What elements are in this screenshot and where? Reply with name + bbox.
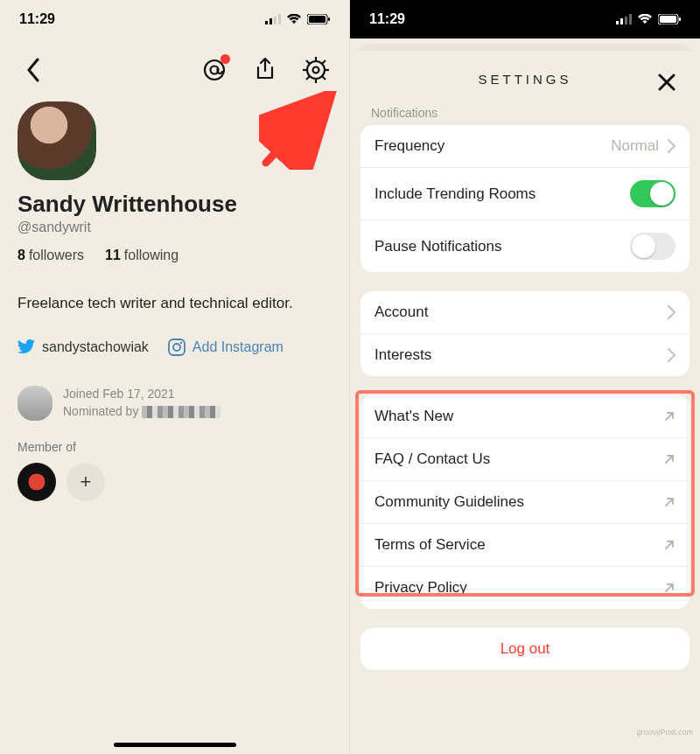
status-icons [265, 14, 330, 24]
row-label: Account [374, 304, 428, 321]
share-button[interactable] [249, 54, 281, 86]
annotation-arrow [259, 91, 346, 170]
status-bar-right: 11:29 [350, 0, 700, 38]
row-label: Community Guidelines [374, 493, 524, 511]
svg-rect-6 [328, 17, 330, 21]
row-label: FAQ / Contact Us [374, 450, 490, 468]
club-item[interactable] [18, 463, 56, 501]
nominator-avatar[interactable] [18, 386, 52, 421]
twitter-icon [18, 339, 35, 355]
svg-rect-3 [278, 14, 281, 24]
avatar[interactable] [18, 101, 96, 180]
row-account[interactable]: Account [360, 291, 690, 333]
section-notifications-label: Notifications [350, 106, 700, 125]
settings-card-account: Account Interests [360, 291, 690, 376]
settings-card-links: What's New FAQ / Contact Us Community Gu… [360, 395, 690, 609]
settings-card-notifications: Frequency Normal Include Trending Rooms … [360, 125, 690, 272]
row-tos[interactable]: Terms of Service [360, 523, 690, 566]
row-privacy[interactable]: Privacy Policy [360, 566, 690, 609]
status-time: 11:29 [369, 11, 405, 27]
row-label: Terms of Service [374, 536, 486, 554]
svg-rect-2 [274, 17, 276, 24]
share-icon [254, 57, 276, 83]
chevron-right-icon [668, 305, 676, 319]
settings-gear-button[interactable] [300, 54, 332, 86]
svg-rect-5 [309, 16, 326, 23]
row-label: What's New [374, 408, 453, 425]
back-button[interactable] [18, 54, 49, 86]
svg-point-10 [313, 67, 319, 73]
close-button[interactable] [653, 68, 681, 96]
svg-rect-26 [629, 14, 632, 24]
censored-name [142, 406, 220, 418]
twitter-handle: sandystachowiak [42, 339, 149, 355]
home-indicator[interactable] [114, 743, 236, 747]
svg-rect-19 [169, 339, 185, 355]
row-label: Privacy Policy [374, 579, 467, 597]
followers[interactable]: 8followers [18, 248, 84, 263]
battery-icon [307, 14, 330, 24]
svg-line-18 [322, 60, 326, 64]
svg-rect-23 [616, 21, 619, 24]
row-label: Frequency [374, 137, 444, 155]
svg-line-17 [306, 76, 310, 80]
joined-row: Joined Feb 17, 2021 Nominated by [0, 377, 349, 436]
add-instagram-label: Add Instagram [192, 339, 284, 355]
battery-icon [658, 14, 681, 24]
watermark: groovyPost.com [636, 728, 693, 737]
svg-point-20 [173, 344, 180, 351]
svg-rect-29 [679, 17, 681, 21]
twitter-link[interactable]: sandystachowiak [18, 339, 149, 355]
row-label: Interests [374, 346, 431, 364]
add-instagram-button[interactable]: Add Instagram [168, 339, 284, 356]
svg-rect-1 [270, 18, 272, 24]
joined-date: Joined Feb 17, 2021 [63, 386, 220, 403]
svg-rect-0 [265, 21, 268, 24]
following[interactable]: 11following [105, 248, 178, 263]
svg-line-22 [266, 103, 322, 163]
row-faq[interactable]: FAQ / Contact Us [360, 437, 690, 480]
instagram-icon [168, 339, 186, 356]
gear-icon [303, 57, 329, 83]
row-frequency[interactable]: Frequency Normal [360, 125, 690, 167]
nominated-by: Nominated by [63, 403, 220, 421]
row-guidelines[interactable]: Community Guidelines [360, 480, 690, 523]
profile-screen: 11:29 Sandy Writtenhouse @sandywrit 8fo [0, 0, 350, 754]
row-pause: Pause Notifications [360, 220, 690, 272]
profile-name: Sandy Writtenhouse [0, 191, 349, 218]
status-icons [616, 14, 681, 24]
svg-rect-28 [660, 16, 676, 23]
status-bar-left: 11:29 [0, 0, 349, 38]
close-icon [657, 73, 676, 92]
bio: Freelance tech writer and technical edit… [0, 283, 349, 330]
settings-sheet: SETTINGS Notifications Frequency Normal … [350, 51, 700, 747]
row-trending: Include Trending Rooms [360, 167, 690, 220]
settings-card-logout: Log out [360, 628, 690, 670]
toggle-pause[interactable] [630, 233, 676, 260]
row-whats-new[interactable]: What's New [360, 395, 690, 437]
external-link-icon [663, 496, 676, 508]
svg-rect-24 [620, 18, 623, 24]
profile-handle: @sandywrit [0, 218, 349, 248]
wifi-icon [286, 14, 302, 24]
follow-stats: 8followers 11following [0, 248, 349, 283]
svg-line-15 [306, 60, 310, 64]
svg-rect-25 [625, 17, 627, 24]
member-of-label: Member of [0, 436, 349, 463]
settings-title: SETTINGS [478, 72, 571, 87]
chevron-right-icon [668, 348, 676, 362]
svg-line-16 [322, 76, 326, 80]
row-interests[interactable]: Interests [360, 333, 690, 376]
settings-screen: 11:29 SETTINGS Notifications Frequency N… [350, 0, 700, 754]
add-club-button[interactable]: + [66, 463, 105, 501]
external-link-icon [663, 582, 676, 594]
top-nav [0, 38, 349, 93]
mentions-button[interactable] [199, 54, 230, 86]
logout-label: Log out [500, 640, 550, 658]
cell-signal-icon [265, 14, 281, 24]
row-logout[interactable]: Log out [360, 628, 690, 670]
frequency-value: Normal [611, 137, 659, 155]
notification-dot [220, 54, 230, 64]
wifi-icon [637, 14, 653, 24]
toggle-trending[interactable] [630, 180, 676, 207]
